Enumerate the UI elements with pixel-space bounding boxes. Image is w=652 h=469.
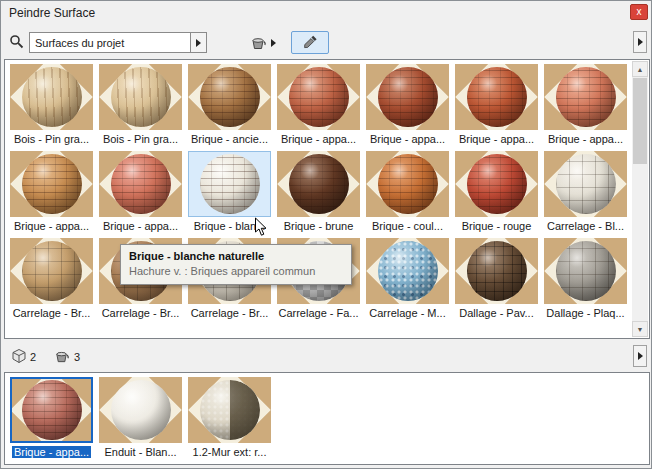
material-item[interactable]: Enduit - Blan... [96, 375, 185, 462]
material-label: Bois - Pin gra... [96, 132, 185, 146]
material-sphere [378, 241, 438, 301]
scroll-down-button[interactable]: ▼ [632, 321, 648, 337]
toolbar-more-button[interactable] [633, 31, 647, 53]
material-label: Carrelage - Br... [7, 306, 96, 320]
model-surfaces-count: 2 [30, 351, 36, 363]
material-label: Brique - brune [274, 219, 363, 233]
sphere-shading [22, 67, 82, 127]
close-button[interactable]: x [630, 4, 648, 20]
scroll-up-button[interactable]: ▲ [632, 61, 648, 77]
material-sphere [22, 67, 82, 127]
material-thumbnail [10, 151, 93, 217]
material-label: Carrelage - Br... [185, 306, 274, 320]
material-thumbnail [277, 64, 360, 130]
sphere-shading [467, 154, 527, 214]
material-thumbnail [366, 151, 449, 217]
sphere-shading [22, 380, 82, 440]
sphere-shading [111, 380, 171, 440]
material-sphere [378, 154, 438, 214]
material-item[interactable]: 1.2-Mur ext: r... [185, 375, 274, 462]
sphere-shading [289, 154, 349, 214]
material-sphere [111, 154, 171, 214]
material-sphere [22, 154, 82, 214]
sphere-shading [289, 67, 349, 127]
surface-filter-combo[interactable]: Surfaces du projet [29, 32, 207, 53]
material-thumbnail [455, 238, 538, 304]
material-thumbnail [544, 64, 627, 130]
material-item[interactable]: Brique - appa... [541, 62, 630, 149]
surface-filter-popup-button[interactable] [190, 33, 206, 52]
model-surfaces-indicator: 2 [11, 348, 36, 366]
material-item[interactable]: Brique - appa... [363, 62, 452, 149]
material-sphere [467, 154, 527, 214]
material-item[interactable]: Brique - ancie... [185, 62, 274, 149]
material-sphere [556, 67, 616, 127]
material-label: Carrelage - M... [363, 306, 452, 320]
material-thumbnail [455, 64, 538, 130]
sphere-shading [200, 380, 260, 440]
material-item[interactable]: Bois - Pin gra... [96, 62, 185, 149]
title-bar[interactable]: Peindre Surface x [1, 1, 651, 25]
material-label: Bois - Pin gra... [7, 132, 96, 146]
vertical-scrollbar[interactable]: ▲ ▼ [632, 61, 648, 337]
material-sphere [22, 241, 82, 301]
material-sphere [378, 67, 438, 127]
material-item[interactable]: Brique - appa... [274, 62, 363, 149]
chevron-right-icon [638, 38, 643, 46]
paint-bucket-icon [53, 348, 71, 366]
material-item[interactable]: Dallage - Plaq... [541, 236, 630, 323]
material-label: 1.2-Mur ext: r... [185, 445, 274, 459]
chevron-right-icon [638, 352, 643, 360]
bucket-popup-arrow-icon [271, 39, 276, 47]
material-item[interactable]: Brique - appa... [7, 149, 96, 236]
material-label: Brique - appa... [452, 132, 541, 146]
material-sphere [200, 154, 260, 214]
material-item[interactable]: Brique - appa... [96, 149, 185, 236]
material-sphere [22, 380, 82, 440]
sphere-shading [556, 241, 616, 301]
used-materials-grid: Brique - appa... Enduit - Blan... 1.2-Mu… [7, 375, 274, 462]
material-label: Brique - appa... [274, 132, 363, 146]
material-thumbnail [366, 238, 449, 304]
sphere-shading [467, 241, 527, 301]
material-label: Carrelage - Br... [96, 306, 185, 320]
sphere-shading [378, 67, 438, 127]
material-sphere [111, 67, 171, 127]
material-item[interactable]: Brique - brune [274, 149, 363, 236]
painted-surfaces-count: 3 [74, 351, 80, 363]
footer-more-button[interactable] [633, 345, 647, 367]
sphere-shading [22, 154, 82, 214]
paint-bucket-button[interactable] [249, 31, 283, 55]
material-label: Brique - appa... [541, 132, 630, 146]
cursor-pointer-icon [254, 217, 268, 239]
materials-panel: Bois - Pin gra... Bois - Pin gra... Briq… [4, 59, 650, 339]
material-item[interactable]: Bois - Pin gra... [7, 62, 96, 149]
sphere-shading [556, 154, 616, 214]
paint-surface-dialog: Peindre Surface x Surfaces du projet [0, 0, 652, 469]
material-thumbnail [10, 377, 93, 443]
footer-toolbar: 2 3 [1, 342, 651, 371]
material-item[interactable]: Brique - appa... [7, 375, 96, 462]
material-item[interactable]: Brique - rouge [452, 149, 541, 236]
material-label: Brique - appa... [363, 132, 452, 146]
scrollbar-thumb[interactable] [633, 78, 647, 164]
sphere-shading [200, 154, 260, 214]
material-label: Dallage - Pav... [452, 306, 541, 320]
chevron-right-icon [196, 39, 201, 47]
material-label: Carrelage - Bl... [541, 219, 630, 233]
material-sphere [289, 154, 349, 214]
material-sphere [200, 67, 260, 127]
material-thumbnail [99, 64, 182, 130]
material-item[interactable]: Carrelage - Bl... [541, 149, 630, 236]
material-item[interactable]: Brique - coul... [363, 149, 452, 236]
material-item[interactable]: Carrelage - Br... [7, 236, 96, 323]
material-thumbnail [366, 64, 449, 130]
surface-filter-value: Surfaces du projet [30, 37, 190, 49]
material-item[interactable]: Dallage - Pav... [452, 236, 541, 323]
eyedropper-button[interactable] [291, 31, 329, 54]
material-item[interactable]: Brique - appa... [452, 62, 541, 149]
cube-icon [11, 348, 27, 366]
material-sphere [556, 154, 616, 214]
material-tooltip: Brique - blanche naturelle Hachure v. : … [120, 244, 352, 285]
material-item[interactable]: Carrelage - M... [363, 236, 452, 323]
